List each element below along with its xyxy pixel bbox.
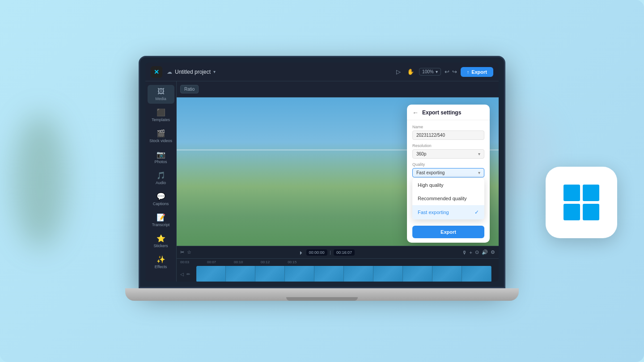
export-button[interactable]: ↑ Export: [461, 67, 493, 77]
sidebar-label-transcript: Transcript: [152, 223, 170, 227]
effects-icon: ✨: [157, 255, 165, 264]
stock-videos-icon: 🎬: [157, 129, 165, 138]
laptop-device: ✕ ☁ Untitled project ▾ ▷ ✋: [139, 56, 505, 315]
back-button[interactable]: ←: [412, 109, 419, 116]
sidebar-label-captions: Captions: [153, 202, 169, 206]
zoom-value: 100%: [422, 69, 434, 74]
stickers-icon: ⭐: [157, 234, 165, 243]
timeline-star-icon[interactable]: ☆: [187, 249, 191, 255]
quality-option-recommended[interactable]: Recommended quality: [412, 192, 484, 205]
name-field-input[interactable]: 20231122/540: [412, 130, 484, 140]
sidebar-item-transcript[interactable]: 📝 Transcript: [148, 210, 174, 230]
mic-icon[interactable]: 🎙: [462, 250, 467, 255]
quality-field-label: Quality: [412, 162, 484, 167]
audio-icon: 🎵: [157, 171, 165, 180]
timeline-cut-icon[interactable]: ✂: [180, 249, 184, 255]
volume-icon[interactable]: 🔊: [482, 249, 488, 255]
sidebar-label-audio: Audio: [156, 181, 166, 185]
quality-value: Fast exporting: [416, 170, 445, 175]
timeline-add-icon[interactable]: +: [470, 250, 472, 255]
track-frame: [462, 266, 491, 282]
check-icon: ✓: [475, 209, 479, 215]
ruler-mark-1: 00:03: [180, 260, 189, 264]
laptop-base: [125, 288, 519, 301]
quality-option-fast[interactable]: Fast exporting ✓: [412, 205, 484, 219]
captions-icon: 💬: [157, 192, 165, 201]
windows-pane-2: [583, 185, 599, 201]
track-frame: [344, 266, 373, 282]
project-name: Untitled project: [175, 69, 211, 75]
track-frame: [403, 266, 432, 282]
sidebar-item-templates[interactable]: ⬛ Templates: [148, 105, 174, 125]
resolution-chevron-icon: ▾: [478, 152, 480, 156]
app-header: ✕ ☁ Untitled project ▾ ▷ ✋: [145, 63, 499, 81]
export-panel-title: Export settings: [422, 109, 461, 116]
windows-icon-badge: [546, 167, 617, 238]
track-frame: [255, 266, 285, 282]
sidebar-item-photos[interactable]: 📷 Photos: [148, 147, 174, 167]
track-collapse-icon[interactable]: ◁: [180, 272, 184, 277]
export-settings-panel: ← Export settings Name 20231122/540 Res: [407, 105, 490, 243]
sidebar-item-captions[interactable]: 💬 Captions: [148, 189, 174, 209]
timeline-split-icon[interactable]: ⊙: [475, 249, 479, 255]
timeline-ruler: 00:03 00:07 00:10 00:12 00:15: [177, 259, 499, 265]
quality-select[interactable]: Fast exporting ▾: [412, 168, 484, 177]
track-frame: [432, 266, 462, 282]
timeline: ✂ ☆ ⏵ 00:00:00 | 00:16:07 🎙: [177, 246, 499, 282]
quality-field-wrapper: Fast exporting ▾ High quality: [412, 168, 484, 177]
export-action-button[interactable]: Export: [412, 226, 484, 238]
play-button[interactable]: ⏵: [299, 250, 304, 255]
canvas-toolbar: Ratio: [177, 81, 499, 97]
redo-button[interactable]: ↪: [452, 68, 457, 75]
media-icon: 🖼: [157, 88, 165, 96]
ruler-mark-2: 00:07: [207, 260, 216, 264]
resolution-select[interactable]: 360p ▾: [412, 149, 484, 159]
chevron-down-icon: ▾: [213, 69, 216, 74]
resolution-field-label: Resolution: [412, 143, 484, 148]
sidebar-item-stock-videos[interactable]: 🎬 Stock videos: [148, 126, 174, 146]
track-frame: [314, 266, 344, 282]
video-track[interactable]: [196, 266, 491, 282]
templates-icon: ⬛: [157, 108, 165, 117]
export-panel-body: Name 20231122/540 Resolution 360p ▾: [407, 120, 490, 243]
sidebar-item-media[interactable]: 🖼 Media: [148, 85, 174, 104]
timecode-current: 00:00:00: [306, 249, 327, 256]
track-frame: [226, 266, 255, 282]
windows-pane-3: [564, 204, 580, 220]
hand-tool-icon[interactable]: ✋: [406, 67, 415, 76]
cursor-tool-icon[interactable]: ▷: [395, 67, 402, 76]
app-interface: ✕ ☁ Untitled project ▾ ▷ ✋: [145, 63, 499, 282]
name-field-label: Name: [412, 125, 484, 129]
page-background: ✕ ☁ Untitled project ▾ ▷ ✋: [0, 0, 644, 362]
bg-decoration-left: [13, 114, 67, 248]
timeline-tracks: 00:03 00:07 00:10 00:12 00:15 ◁: [177, 259, 499, 282]
sidebar-item-effects[interactable]: ✨ Effects: [148, 253, 174, 272]
quality-option-high-label: High quality: [418, 182, 443, 188]
track-frames: [196, 266, 491, 282]
sidebar-item-audio[interactable]: 🎵 Audio: [148, 168, 174, 188]
windows-pane-1: [564, 185, 580, 201]
project-area[interactable]: ☁ Untitled project ▾: [167, 69, 216, 75]
windows-pane-4: [583, 204, 599, 220]
undo-button[interactable]: ↩: [445, 68, 449, 75]
quality-option-fast-label: Fast exporting: [418, 210, 449, 215]
ratio-button[interactable]: Ratio: [180, 85, 199, 93]
screen-inner: ✕ ☁ Untitled project ▾ ▷ ✋: [145, 63, 499, 282]
undo-redo-group: ↩ ↪: [445, 68, 457, 75]
export-panel-header: ← Export settings: [407, 105, 490, 120]
export-icon: ↑: [467, 69, 470, 75]
app-logo: ✕: [151, 66, 162, 78]
track-frame: [196, 266, 226, 282]
cloud-icon: ☁: [167, 69, 172, 75]
timecode-separator: |: [330, 250, 331, 255]
ruler-marks: 00:03 00:07 00:10 00:12 00:15: [180, 260, 297, 264]
export-label: Export: [471, 69, 487, 75]
ruler-mark-5: 00:15: [288, 260, 297, 264]
timeline-settings-icon[interactable]: ⚙: [491, 249, 495, 255]
app-body: 🖼 Media ⬛ Templates 🎬 Stock videos: [145, 81, 499, 282]
quality-option-high[interactable]: High quality: [412, 178, 484, 192]
sidebar-item-stickers[interactable]: ⭐ Stickers: [148, 232, 174, 251]
track-edit-icon[interactable]: ✏: [186, 272, 190, 277]
zoom-control[interactable]: 100% ▾: [419, 68, 441, 76]
quality-option-recommended-label: Recommended quality: [418, 196, 466, 201]
